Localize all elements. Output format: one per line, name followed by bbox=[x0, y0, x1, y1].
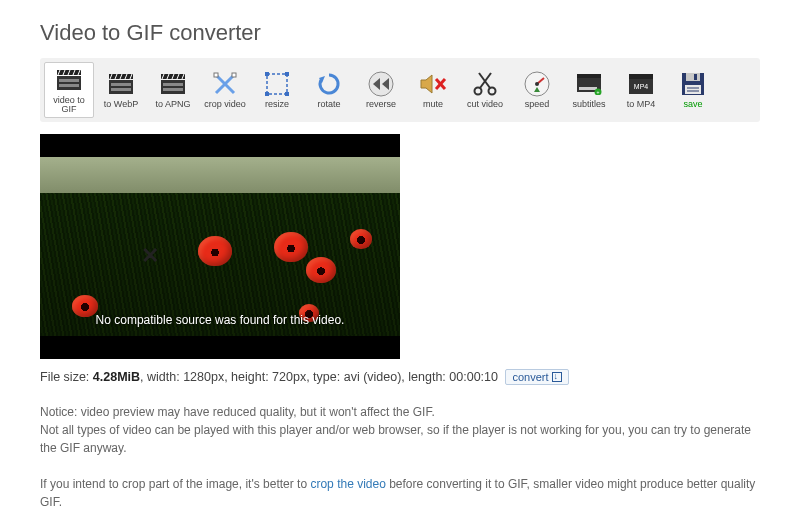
svg-rect-62 bbox=[685, 85, 701, 94]
svg-point-49 bbox=[535, 82, 539, 86]
file-width: 1280px bbox=[183, 370, 224, 384]
svg-marker-40 bbox=[421, 75, 432, 93]
file-height: 720px bbox=[272, 370, 306, 384]
crop-icon bbox=[211, 70, 239, 98]
svg-rect-9 bbox=[109, 80, 133, 94]
floppy-icon bbox=[679, 70, 707, 98]
svg-text:MP4: MP4 bbox=[634, 83, 649, 90]
resize-icon bbox=[263, 70, 291, 98]
svg-rect-32 bbox=[265, 72, 269, 76]
tool-cut-video[interactable]: cut video bbox=[460, 62, 510, 118]
svg-rect-35 bbox=[285, 92, 289, 96]
video-player[interactable]: ✕ No compatible source was found for thi… bbox=[40, 134, 400, 359]
svg-point-37 bbox=[369, 72, 393, 96]
mute-icon bbox=[419, 70, 447, 98]
svg-rect-0 bbox=[57, 76, 81, 90]
tool-to-webp[interactable]: to WebP bbox=[96, 62, 146, 118]
file-length: 00:00:10 bbox=[449, 370, 498, 384]
tool-reverse[interactable]: reverse bbox=[356, 62, 406, 118]
file-size-label: File size: bbox=[40, 370, 93, 384]
tool-mute[interactable]: mute bbox=[408, 62, 458, 118]
mp4-icon: MP4 bbox=[627, 70, 655, 98]
svg-rect-57 bbox=[629, 74, 653, 79]
svg-rect-52 bbox=[577, 74, 601, 78]
svg-rect-29 bbox=[214, 73, 218, 77]
convert-button[interactable]: convert bbox=[505, 369, 568, 385]
rotate-icon bbox=[315, 70, 343, 98]
svg-rect-2 bbox=[59, 84, 79, 87]
tool-video-to-gif[interactable]: video to GIF bbox=[44, 62, 94, 118]
clapper-icon bbox=[107, 70, 135, 98]
svg-point-44 bbox=[489, 88, 496, 95]
svg-rect-33 bbox=[285, 72, 289, 76]
tool-save[interactable]: save bbox=[668, 62, 718, 118]
tool-video-to-gif-label: video to GIF bbox=[47, 96, 91, 115]
video-frame: ✕ bbox=[40, 157, 400, 336]
svg-rect-11 bbox=[111, 88, 131, 91]
video-error-message: No compatible source was found for this … bbox=[40, 313, 400, 327]
tool-crop-video[interactable]: crop video bbox=[200, 62, 250, 118]
tool-to-mp4[interactable]: MP4to MP4 bbox=[616, 62, 666, 118]
svg-rect-1 bbox=[59, 79, 79, 82]
reverse-icon bbox=[367, 70, 395, 98]
toolbar: video to GIFto WebPto APNGcrop videoresi… bbox=[40, 58, 760, 122]
tool-subtitles[interactable]: +subtitles bbox=[564, 62, 614, 118]
scissors-icon bbox=[471, 70, 499, 98]
file-size-value: 4.28MiB bbox=[93, 370, 140, 384]
tool-rotate-label: rotate bbox=[317, 100, 340, 109]
gauge-icon bbox=[523, 70, 551, 98]
tool-reverse-label: reverse bbox=[366, 100, 396, 109]
svg-rect-34 bbox=[265, 92, 269, 96]
tool-speed-label: speed bbox=[525, 100, 550, 109]
svg-rect-20 bbox=[163, 88, 183, 91]
svg-text:+: + bbox=[597, 89, 600, 95]
tool-cut-video-label: cut video bbox=[467, 100, 503, 109]
svg-rect-19 bbox=[163, 83, 183, 86]
svg-rect-10 bbox=[111, 83, 131, 86]
notice-line-2: Not all types of video can be played wit… bbox=[40, 421, 760, 457]
tool-rotate[interactable]: rotate bbox=[304, 62, 354, 118]
svg-rect-53 bbox=[579, 87, 597, 90]
tool-to-apng-label: to APNG bbox=[155, 100, 190, 109]
clapper-icon bbox=[55, 66, 83, 94]
file-info-line: File size: 4.28MiB, width: 1280px, heigh… bbox=[40, 369, 760, 385]
tool-crop-video-label: crop video bbox=[204, 100, 246, 109]
svg-rect-61 bbox=[694, 74, 697, 80]
svg-rect-31 bbox=[267, 74, 287, 94]
svg-point-43 bbox=[475, 88, 482, 95]
error-x-icon: ✕ bbox=[141, 243, 159, 269]
file-type: avi (video) bbox=[344, 370, 402, 384]
tool-speed[interactable]: speed bbox=[512, 62, 562, 118]
tool-to-webp-label: to WebP bbox=[104, 100, 138, 109]
tool-to-apng[interactable]: to APNG bbox=[148, 62, 198, 118]
page-title: Video to GIF converter bbox=[40, 20, 760, 46]
subtitles-icon: + bbox=[575, 70, 603, 98]
tool-to-mp4-label: to MP4 bbox=[627, 100, 656, 109]
notice-line-3: If you intend to crop part of the image,… bbox=[40, 475, 760, 511]
tool-save-label: save bbox=[683, 100, 702, 109]
svg-rect-30 bbox=[232, 73, 236, 77]
tool-resize-label: resize bbox=[265, 100, 289, 109]
notice-line-1: Notice: video preview may have reduced q… bbox=[40, 403, 760, 421]
download-arrow-icon bbox=[552, 372, 562, 382]
tool-resize[interactable]: resize bbox=[252, 62, 302, 118]
notice-block: Notice: video preview may have reduced q… bbox=[40, 403, 760, 511]
clapper-icon bbox=[159, 70, 187, 98]
svg-rect-18 bbox=[161, 80, 185, 94]
svg-rect-60 bbox=[686, 73, 700, 81]
tool-mute-label: mute bbox=[423, 100, 443, 109]
tool-subtitles-label: subtitles bbox=[572, 100, 605, 109]
crop-the-video-link[interactable]: crop the video bbox=[310, 477, 385, 491]
